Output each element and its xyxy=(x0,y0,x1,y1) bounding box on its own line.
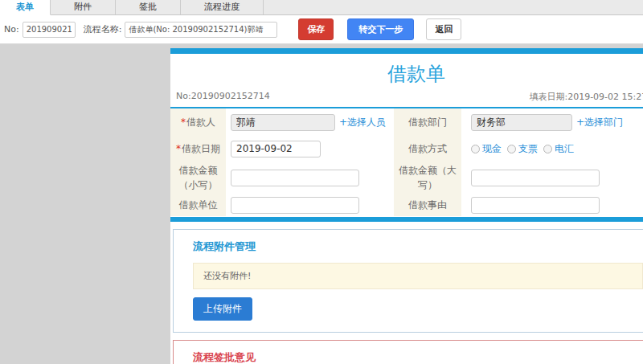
form-date-text: 填表日期:2019-09-02 15:27:1 xyxy=(529,91,643,103)
loan-reason-field xyxy=(461,194,643,216)
radio-cash[interactable]: 现金 xyxy=(471,142,502,156)
flow-name-label: 流程名称: xyxy=(84,23,122,35)
department-field: +选择部门 xyxy=(461,108,643,136)
loan-date-input[interactable] xyxy=(231,141,321,157)
form-meta-row: No:20190902152714 填表日期:2019-09-02 15:27:… xyxy=(170,89,643,108)
borrower-label: *借款人 xyxy=(170,108,226,136)
no-attachments-alert: 还没有附件! xyxy=(193,263,643,289)
loan-form-panel: 借款单 No:20190902152714 填表日期:2019-09-02 15… xyxy=(170,48,643,364)
form-no-text: No:20190902152714 xyxy=(176,91,270,103)
amount-lowercase-label: 借款金额（小写） xyxy=(170,162,226,194)
borrower-input[interactable] xyxy=(231,114,335,131)
tab-bar: 表单 附件 签批 流程进度 xyxy=(0,0,643,15)
tab-progress[interactable]: 流程进度 xyxy=(181,0,264,14)
select-person-link[interactable]: +选择人员 xyxy=(339,116,386,129)
form-title: 借款单 xyxy=(170,54,643,89)
loan-reason-input[interactable] xyxy=(471,197,600,214)
radio-circle-icon[interactable] xyxy=(471,145,480,153)
content-area: 借款单 No:20190902152714 填表日期:2019-09-02 15… xyxy=(0,44,643,364)
panel-top-bar xyxy=(170,48,643,54)
radio-circle-icon[interactable] xyxy=(543,145,552,153)
flow-name-input[interactable] xyxy=(125,22,277,38)
loan-date-label: *借款日期 xyxy=(170,136,226,162)
toolbar: No: 流程名称: 保存 转交下一步 返回 xyxy=(0,15,643,44)
back-button[interactable]: 返回 xyxy=(426,18,461,40)
amount-uppercase-input[interactable] xyxy=(471,170,600,186)
required-mark: * xyxy=(181,117,186,128)
amount-lowercase-field xyxy=(226,162,394,194)
radio-wire[interactable]: 电汇 xyxy=(543,142,574,156)
amount-uppercase-field xyxy=(461,162,643,194)
section-divider xyxy=(170,217,643,222)
select-department-link[interactable]: +选择部门 xyxy=(576,116,623,129)
loan-unit-input[interactable] xyxy=(231,197,359,214)
approval-comments-heading: 流程签批意见 xyxy=(193,350,643,364)
radio-circle-icon[interactable] xyxy=(507,145,516,153)
tab-attachments[interactable]: 附件 xyxy=(51,0,116,14)
loan-unit-label: 借款单位 xyxy=(170,194,226,216)
approval-comments-section: 流程签批意见 B I abc ✗ ⚓ ⚓ ⚑ ≣ ≡ ⇤ ⇥ xyxy=(173,340,643,364)
amount-lowercase-input[interactable] xyxy=(231,170,359,186)
tab-form[interactable]: 表单 xyxy=(0,0,51,15)
loan-method-field: 现金 支票 电汇 xyxy=(461,136,643,162)
loan-form-grid: *借款人 +选择人员 借款部门 +选择部门 *借款日期 借款方式 现金 支票 xyxy=(170,108,643,216)
radio-check[interactable]: 支票 xyxy=(507,142,538,156)
loan-date-field xyxy=(226,136,394,162)
loan-unit-field xyxy=(226,194,394,216)
amount-uppercase-label: 借款金额（大写） xyxy=(394,162,461,194)
borrower-field: +选择人员 xyxy=(226,108,394,136)
required-mark: * xyxy=(176,143,181,154)
save-button[interactable]: 保存 xyxy=(298,18,334,40)
no-label: No: xyxy=(4,24,19,35)
tab-approval[interactable]: 签批 xyxy=(116,0,181,14)
department-input[interactable] xyxy=(471,114,572,131)
upload-attachment-button[interactable]: 上传附件 xyxy=(193,297,252,321)
loan-reason-label: 借款事由 xyxy=(394,194,461,216)
attachments-heading: 流程附件管理 xyxy=(193,239,643,254)
no-input[interactable] xyxy=(23,22,76,38)
department-label: 借款部门 xyxy=(394,108,461,136)
attachments-section: 流程附件管理 还没有附件! 上传附件 xyxy=(173,229,643,333)
loan-method-label: 借款方式 xyxy=(394,136,461,162)
forward-next-step-button[interactable]: 转交下一步 xyxy=(347,18,414,40)
